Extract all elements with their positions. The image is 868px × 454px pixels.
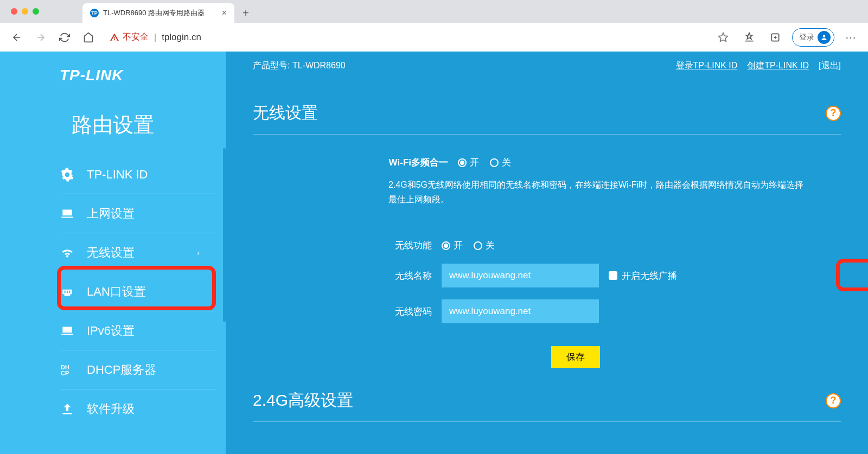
checkbox-icon [609,271,617,280]
wifi-icon [60,245,75,260]
radio-off[interactable]: 关 [490,156,511,169]
upload-icon [60,401,75,417]
refresh-button[interactable] [55,28,74,47]
radio-circle-icon [458,158,467,167]
section-title: 2.4G高级设置 [253,389,353,412]
section-header-wireless: 无线设置 ? [253,102,841,135]
tab-title: TL-WDR8690 路由网专用路由器 [103,8,218,18]
favorites-bar-icon[interactable] [740,28,758,47]
browser-chrome: TP TL-WDR8690 路由网专用路由器 × + 不安全 | tplogin… [0,0,868,52]
sidebar-item-label: LAN口设置 [87,284,146,300]
sidebar-item-label: IPv6设置 [87,323,135,339]
close-window-button[interactable] [11,8,17,15]
svg-point-5 [823,35,826,37]
model-prefix: 产品型号: [253,61,290,70]
wifi-combine-label: Wi-Fi多频合一 [388,156,448,169]
collections-icon[interactable] [766,28,784,47]
header-bar: 产品型号: TL-WDR8690 登录TP-LINK ID 创建TP-LINK … [253,60,841,72]
router-app: TP-LINK 路由设置 TP-LINK ID 上网设置 无线设置 › LAN口… [0,52,868,454]
broadcast-label: 开启无线广播 [622,270,677,282]
window-controls [11,8,39,15]
insecure-indicator[interactable]: 不安全 [110,31,149,43]
url-separator: | [154,33,156,42]
radio-circle-icon [442,241,450,250]
toolbar-right: 登录 ⋯ [714,28,860,47]
forward-button[interactable] [31,28,50,47]
sidebar-item-ipv6[interactable]: IPv6设置 [60,311,216,350]
section-title: 无线设置 [253,102,318,124]
tab-favicon: TP [90,9,99,17]
radio-on[interactable]: 开 [458,156,479,169]
sidebar: TP-LINK 路由设置 TP-LINK ID 上网设置 无线设置 › LAN口… [0,52,226,454]
password-label: 无线密码 [388,305,432,318]
profile-login-button[interactable]: 登录 [792,28,834,47]
gear-icon [60,167,75,182]
password-input[interactable] [442,299,599,323]
dhcp-icon: DHCP [60,362,75,378]
wifi-combine-description: 2.4G和5G无线网络使用相同的无线名称和密码，在终端连接Wi-Fi时，路由器会… [388,177,812,207]
home-button[interactable] [79,28,98,47]
radio-circle-icon [490,158,499,167]
sidebar-item-lan[interactable]: LAN口设置 [60,272,216,311]
url-box[interactable]: 不安全 | tplogin.cn [103,28,709,47]
tab-close-icon[interactable]: × [222,8,227,18]
sidebar-item-label: TP-LINK ID [87,168,148,182]
login-label: 登录 [799,33,814,42]
sidebar-item-wireless[interactable]: 无线设置 › [60,233,216,272]
svg-text:CP: CP [61,369,69,376]
radio-off-label: 关 [486,239,495,252]
login-tplink-link[interactable]: 登录TP-LINK ID [676,60,738,72]
maximize-window-button[interactable] [33,8,39,15]
main-panel: 产品型号: TL-WDR8690 登录TP-LINK ID 创建TP-LINK … [226,52,868,454]
annotation-highlight-broadcast [836,259,868,291]
logo: TP-LINK [0,62,226,84]
wireless-func-radio-group: 开 关 [442,239,495,252]
chevron-right-icon: › [197,248,200,257]
url-text: tplogin.cn [162,32,201,43]
section-header-24g: 2.4G高级设置 ? [253,389,841,422]
radio-on-label: 开 [470,156,479,169]
sidebar-item-internet[interactable]: 上网设置 [60,194,216,233]
sidebar-title: 路由设置 [0,111,226,139]
logout-link[interactable]: [退出] [819,60,841,72]
wireless-func-label: 无线功能 [388,239,432,252]
sidebar-item-tplink-id[interactable]: TP-LINK ID [60,155,216,194]
minimize-window-button[interactable] [22,8,28,15]
wireless-form: Wi-Fi多频合一 开 关 2.4G和5G无线网络使用相同的无线名称和密码，在终… [388,156,812,368]
sidebar-item-label: 软件升级 [87,401,135,417]
help-icon[interactable]: ? [826,106,841,121]
save-button[interactable]: 保存 [551,346,600,368]
sidebar-item-upgrade[interactable]: 软件升级 [60,389,216,429]
radio-off[interactable]: 关 [474,239,495,252]
sidebar-item-label: 无线设置 [87,245,135,261]
laptop-icon [60,323,75,338]
insecure-label: 不安全 [123,31,149,43]
radio-on-label: 开 [454,239,463,252]
create-tplink-link[interactable]: 创建TP-LINK ID [747,60,809,72]
ssid-input[interactable] [442,264,599,287]
broadcast-checkbox-wrap[interactable]: 开启无线广播 [609,270,677,282]
sidebar-item-label: DHCP服务器 [87,362,156,378]
favorite-icon[interactable] [714,28,732,47]
radio-on[interactable]: 开 [442,239,463,252]
new-tab-button[interactable]: + [238,5,254,21]
radio-off-label: 关 [502,156,511,169]
address-bar: 不安全 | tplogin.cn 登录 ⋯ [0,23,868,52]
sidebar-item-label: 上网设置 [87,206,135,222]
back-button[interactable] [8,28,26,47]
sidebar-item-dhcp[interactable]: DHCP DHCP服务器 [60,350,216,389]
sidebar-list: TP-LINK ID 上网设置 无线设置 › LAN口设置 IPv6设置 DHC… [0,155,226,429]
top-links: 登录TP-LINK ID 创建TP-LINK ID [退出] [676,60,841,72]
ethernet-icon [60,284,75,299]
ssid-label: 无线名称 [388,270,432,282]
browser-tab[interactable]: TP TL-WDR8690 路由网专用路由器 × [82,3,234,23]
profile-avatar-icon [818,31,831,44]
help-icon[interactable]: ? [826,393,841,408]
laptop-icon [60,206,75,221]
wifi-combine-radio-group: 开 关 [458,156,511,169]
more-menu-button[interactable]: ⋯ [842,28,860,47]
svg-marker-0 [719,33,728,41]
radio-circle-icon [474,241,482,250]
tab-bar: TP TL-WDR8690 路由网专用路由器 × + [0,0,868,23]
model-value: TL-WDR8690 [292,61,346,70]
